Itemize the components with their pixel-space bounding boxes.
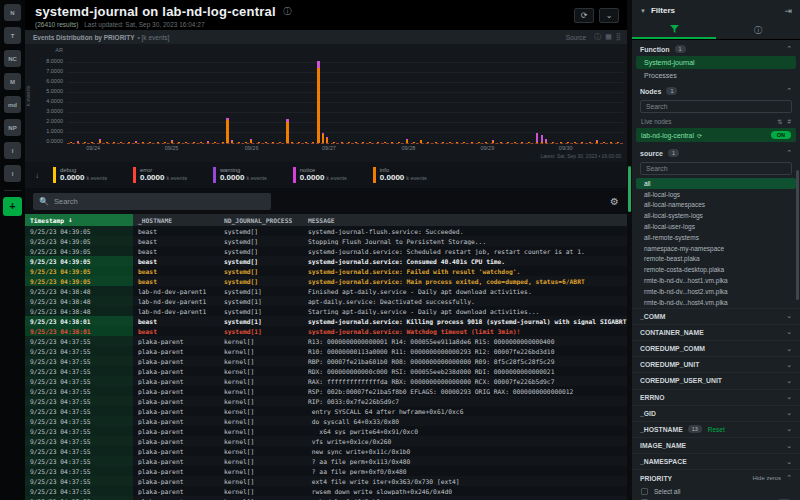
filters-caret-icon[interactable]: ▼: [640, 8, 646, 14]
tab-filters[interactable]: [632, 21, 716, 39]
table-row[interactable]: 9/25/23 04:37:55plaka-parentkernel[]RAX:…: [25, 376, 627, 386]
chevron-down-icon[interactable]: ⌄: [786, 312, 792, 320]
chevron-down-icon[interactable]: ⌄: [786, 361, 792, 369]
source-item[interactable]: all-remote-systems: [636, 232, 796, 243]
source-item[interactable]: all-local-namespaces: [636, 200, 796, 211]
workspace-icon[interactable]: I: [4, 165, 21, 182]
sort-toggle-icon[interactable]: ⇅: [777, 118, 782, 125]
function-item-systemd-journal[interactable]: Systemd-journal: [636, 56, 796, 69]
drag-handle-icon[interactable]: ⣿: [616, 33, 621, 41]
priority-item-error[interactable]: error98: [632, 497, 800, 500]
gear-icon[interactable]: ⚙: [610, 196, 619, 207]
reset-link[interactable]: Reset: [708, 426, 725, 433]
chart-source-label[interactable]: Source: [566, 34, 587, 41]
legend-item-error[interactable]: error0.0000k events: [133, 167, 187, 182]
table-row[interactable]: 9/25/23 04:39:05beastsystemd[]Stopping F…: [25, 236, 627, 246]
panel-view-icon[interactable]: ▦: [605, 33, 612, 41]
table-row[interactable]: 9/25/23 04:38:48lab-nd-dev-parent1system…: [25, 306, 627, 316]
legend-item-notice[interactable]: notice0.0000k events: [293, 167, 347, 182]
table-row[interactable]: 9/25/23 04:37:55plaka-parentkernel[] ent…: [25, 406, 627, 416]
section-image_name[interactable]: IMAGE_NAME⌄: [632, 437, 800, 453]
chevron-down-icon[interactable]: ⌄: [786, 393, 792, 401]
source-item[interactable]: remote-beast.plaka: [636, 254, 796, 265]
table-row[interactable]: 9/25/23 04:37:55plaka-parentkernel[]R10:…: [25, 346, 627, 356]
column-header-timestamp[interactable]: Timestamp ↓: [25, 214, 133, 226]
tab-info[interactable]: ⓘ: [716, 21, 800, 39]
nodes-search-box[interactable]: [640, 100, 792, 113]
table-row[interactable]: 9/25/23 04:39:05beastsystemd[]systemd-jo…: [25, 246, 627, 256]
table-row[interactable]: 9/25/23 04:37:55plaka-parentkernel[] vfs…: [25, 436, 627, 446]
search-input[interactable]: [54, 197, 265, 206]
table-row[interactable]: 9/25/23 04:39:05beastsystemd[]systemd-jo…: [25, 276, 627, 286]
workspace-icon[interactable]: M: [4, 73, 21, 90]
search-box[interactable]: 🔍: [33, 193, 271, 210]
section-coredump_unit[interactable]: COREDUMP_UNIT⌄: [632, 356, 800, 372]
table-row[interactable]: 9/25/23 04:37:55plaka-parentkernel[] new…: [25, 446, 627, 456]
function-item-processes[interactable]: Processes: [636, 69, 796, 82]
sidebar-scrollbar[interactable]: [796, 170, 799, 300]
source-search-box[interactable]: [640, 162, 792, 175]
section-coredump_user_unit[interactable]: COREDUMP_USER_UNIT⌄: [632, 372, 800, 388]
chart-plot-area[interactable]: [67, 47, 623, 144]
workspace-icon[interactable]: md: [4, 96, 21, 113]
collapse-sidebar-icon[interactable]: ⇥: [784, 6, 792, 16]
chevron-down-icon[interactable]: ⌄: [786, 425, 792, 433]
section-_comm[interactable]: _COMM⌄: [632, 308, 800, 324]
collapse-header-button[interactable]: ⌄: [599, 8, 619, 23]
table-row[interactable]: 9/25/23 04:38:48lab-nd-dev-parent1system…: [25, 296, 627, 306]
legend-item-info[interactable]: info0.0000k events: [373, 167, 427, 182]
source-item[interactable]: all-local-logs: [636, 189, 796, 200]
source-item[interactable]: namespace-my-namespace: [636, 243, 796, 254]
table-row[interactable]: 9/25/23 04:38:48lab-nd-dev-parent1system…: [25, 286, 627, 296]
table-row[interactable]: 9/25/23 04:37:55plaka-parentkernel[]RSP:…: [25, 386, 627, 396]
table-row[interactable]: 9/25/23 04:38:01beastsystemd[1]systemd-j…: [25, 316, 627, 326]
sort-alpha-icon[interactable]: #: [787, 118, 791, 125]
section-function[interactable]: Function 1 ⌃: [632, 40, 800, 56]
section-_hostname[interactable]: _HOSTNAME13Reset⌄: [632, 421, 800, 437]
section-coredump_comm[interactable]: COREDUMP_COMM⌄: [632, 340, 800, 356]
section-nodes[interactable]: Nodes 1 ⌃: [632, 82, 800, 98]
node-on-toggle[interactable]: ON: [771, 131, 791, 139]
column-header-process[interactable]: ND_JOURNAL_PROCESS: [219, 214, 303, 226]
table-row[interactable]: 9/25/23 04:37:55plaka-parentkernel[]R13:…: [25, 336, 627, 346]
workspace-icon[interactable]: N: [4, 4, 21, 21]
title-info-icon[interactable]: ⓘ: [283, 7, 291, 16]
chevron-down-icon[interactable]: ⌄: [786, 458, 792, 466]
legend-download-icon[interactable]: ↓: [35, 171, 39, 180]
source-item[interactable]: remote-costa-desktop.plaka: [636, 264, 796, 275]
chevron-up-icon[interactable]: ⌃: [786, 149, 792, 157]
source-info-icon[interactable]: ⓘ: [594, 32, 601, 42]
source-item[interactable]: rmte-lb-nd-dv...host2.vm.plka: [636, 286, 796, 297]
section-container_name[interactable]: CONTAINER_NAME⌄: [632, 324, 800, 340]
table-row[interactable]: 9/25/23 04:39:05beastsystemd[]systemd-jo…: [25, 266, 627, 276]
workspace-icon[interactable]: NC: [4, 50, 21, 67]
column-header-hostname[interactable]: _HOSTNAME: [133, 214, 219, 226]
table-row[interactable]: 9/25/23 04:37:55plaka-parentkernel[]RBP:…: [25, 356, 627, 366]
hide-zeros-link[interactable]: Hide zeros: [752, 475, 781, 481]
refresh-button[interactable]: ⟳: [574, 8, 594, 23]
section-priority[interactable]: PRIORITY Hide zeros ⌃: [632, 469, 800, 485]
section-_gid[interactable]: _GID⌄: [632, 405, 800, 421]
scrollbar-thumb[interactable]: [628, 166, 631, 212]
chevron-down-icon[interactable]: ⌄: [786, 377, 792, 385]
source-item[interactable]: all-local-system-logs: [636, 210, 796, 221]
table-row[interactable]: 9/25/23 04:37:55plaka-parentkernel[] do_…: [25, 416, 627, 426]
chevron-up-icon[interactable]: ⌃: [786, 87, 792, 95]
table-row[interactable]: 9/25/23 04:37:55plaka-parentkernel[] sch…: [25, 496, 627, 500]
select-all-checkbox[interactable]: [641, 488, 648, 495]
table-row[interactable]: 9/25/23 04:37:55plaka-parentkernel[] ? a…: [25, 456, 627, 466]
table-row[interactable]: 9/25/23 04:37:55plaka-parentkernel[] rws…: [25, 486, 627, 496]
chevron-up-icon[interactable]: ⌃: [786, 474, 792, 482]
source-item[interactable]: rmte-lb-nd-dv...host1.vm.plka: [636, 275, 796, 286]
workspace-icon[interactable]: I: [4, 142, 21, 159]
section-_namespace[interactable]: _NAMESPACE⌄: [632, 453, 800, 469]
workspace-icon[interactable]: NP: [4, 119, 21, 136]
chevron-up-icon[interactable]: ⌃: [786, 45, 792, 53]
source-item[interactable]: rmte-lb-nd-dv...host4.vm.plka: [636, 297, 796, 308]
legend-item-debug[interactable]: debug0.0000k events: [53, 167, 107, 182]
column-header-message[interactable]: MESSAGE: [303, 214, 627, 226]
select-all-row[interactable]: Select all: [632, 486, 800, 497]
table-row[interactable]: 9/25/23 04:37:55plaka-parentkernel[] ext…: [25, 476, 627, 486]
source-item[interactable]: all-local-user-logs: [636, 221, 796, 232]
source-item[interactable]: all: [636, 178, 796, 189]
